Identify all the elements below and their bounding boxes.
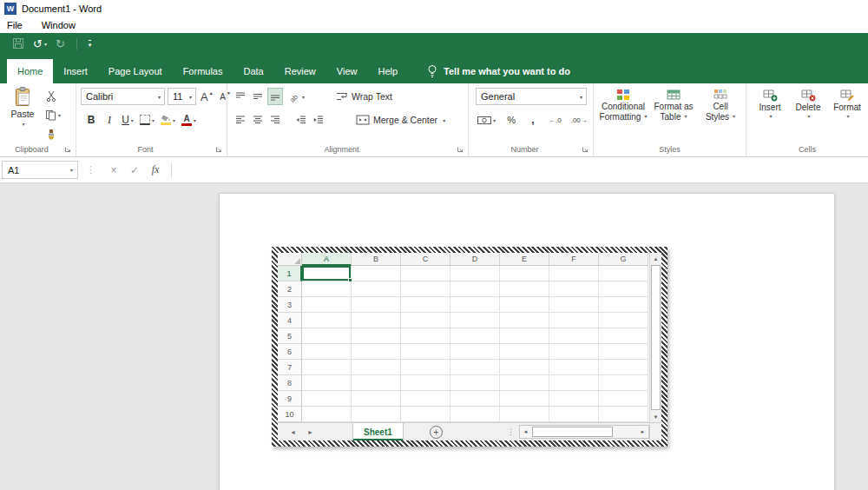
- tab-view[interactable]: View: [326, 59, 368, 83]
- number-format-dropdown-icon[interactable]: ▾: [576, 94, 586, 100]
- font-size-dropdown-icon[interactable]: ▾: [186, 94, 195, 100]
- cell-c5[interactable]: [401, 328, 450, 344]
- format-painter-button[interactable]: [43, 125, 59, 142]
- tab-data[interactable]: Data: [233, 59, 273, 83]
- column-header-a[interactable]: A: [302, 253, 352, 266]
- cell-c6[interactable]: [401, 344, 450, 360]
- cell-c10[interactable]: [401, 407, 450, 422]
- fill-handle[interactable]: [348, 278, 352, 282]
- name-box[interactable]: A1 ▾: [2, 161, 78, 179]
- vertical-scroll-thumb[interactable]: [651, 265, 661, 410]
- row-header-7[interactable]: 7: [278, 360, 302, 375]
- cell-g4[interactable]: [599, 313, 648, 328]
- menu-file[interactable]: File: [7, 20, 23, 30]
- cell-b3[interactable]: [352, 297, 401, 313]
- undo-button[interactable]: ↺ ▾: [29, 35, 51, 52]
- font-name-dropdown-icon[interactable]: ▾: [155, 94, 164, 100]
- cell-g7[interactable]: [599, 360, 648, 375]
- bottom-align-button[interactable]: [267, 88, 283, 105]
- font-dialog-launcher[interactable]: [214, 145, 223, 154]
- cell-e2[interactable]: [500, 281, 549, 297]
- row-header-2[interactable]: 2: [278, 281, 302, 297]
- cell-d10[interactable]: [450, 407, 500, 422]
- cell-b7[interactable]: [352, 360, 401, 375]
- cell-a5[interactable]: [302, 328, 352, 344]
- font-name-combo[interactable]: Calibri ▾: [81, 88, 165, 105]
- clipboard-dialog-launcher[interactable]: [63, 145, 72, 154]
- cell-f6[interactable]: [549, 344, 599, 360]
- cell-b9[interactable]: [352, 391, 401, 407]
- align-left-button[interactable]: [233, 111, 248, 129]
- cell-g10[interactable]: [599, 407, 648, 422]
- cell-g9[interactable]: [599, 391, 648, 407]
- embedded-excel-object[interactable]: ABCDEFG 12345678910 ▲ ▼ ◄ ► Sheet1 +: [272, 247, 667, 447]
- cut-button[interactable]: [43, 87, 59, 104]
- vertical-scrollbar[interactable]: ▲ ▼: [649, 253, 661, 422]
- percent-style-button[interactable]: %: [503, 111, 519, 129]
- column-header-f[interactable]: F: [549, 253, 599, 266]
- cell-c4[interactable]: [401, 313, 450, 328]
- wrap-text-button[interactable]: Wrap Text: [336, 91, 392, 102]
- paste-button[interactable]: Paste ▾: [3, 86, 42, 143]
- format-cells-button[interactable]: Format ▾: [830, 85, 865, 119]
- new-sheet-button[interactable]: +: [430, 426, 443, 439]
- cell-b1[interactable]: [352, 266, 401, 281]
- column-header-c[interactable]: C: [401, 253, 450, 266]
- cell-e9[interactable]: [500, 391, 549, 407]
- insert-function-button[interactable]: fx: [145, 163, 166, 176]
- sheet-tab-sheet1[interactable]: Sheet1: [352, 423, 404, 440]
- cell-g8[interactable]: [599, 375, 648, 391]
- borders-button[interactable]: ▾: [138, 111, 156, 129]
- cell-e3[interactable]: [500, 297, 549, 313]
- cell-f8[interactable]: [549, 375, 599, 391]
- row-header-9[interactable]: 9: [278, 391, 302, 407]
- cell-f9[interactable]: [549, 391, 599, 407]
- column-header-b[interactable]: B: [352, 253, 401, 266]
- cell-f2[interactable]: [549, 281, 599, 297]
- cell-a2[interactable]: [302, 281, 352, 297]
- tab-page-layout[interactable]: Page Layout: [98, 59, 173, 83]
- cell-d1[interactable]: [450, 266, 500, 281]
- cell-e6[interactable]: [500, 344, 549, 360]
- row-header-3[interactable]: 3: [278, 297, 302, 313]
- cell-d4[interactable]: [450, 313, 500, 328]
- format-as-table-button[interactable]: Format as Table▾: [651, 85, 696, 122]
- save-button[interactable]: [8, 35, 29, 52]
- cell-g2[interactable]: [599, 281, 648, 297]
- cell-b6[interactable]: [352, 344, 401, 360]
- cell-f7[interactable]: [549, 360, 599, 375]
- next-sheet-button[interactable]: ►: [307, 429, 313, 435]
- scroll-right-button[interactable]: ►: [637, 426, 648, 438]
- row-header-10[interactable]: 10: [278, 407, 302, 422]
- conditional-formatting-button[interactable]: Conditional Formatting▾: [599, 85, 648, 122]
- cell-d2[interactable]: [450, 281, 500, 297]
- delete-cells-button[interactable]: Delete ▾: [792, 85, 825, 119]
- cell-a3[interactable]: [302, 297, 352, 313]
- decrease-indent-button[interactable]: [293, 111, 309, 129]
- cell-a10[interactable]: [302, 407, 352, 422]
- redo-button[interactable]: ↻: [51, 35, 69, 52]
- font-color-button[interactable]: A ▾: [180, 111, 198, 129]
- cell-b5[interactable]: [352, 328, 401, 344]
- cell-f3[interactable]: [549, 297, 599, 313]
- cell-b4[interactable]: [352, 313, 401, 328]
- underline-button[interactable]: U ▾: [120, 111, 135, 129]
- bold-button[interactable]: B: [83, 111, 99, 129]
- menu-window[interactable]: Window: [42, 20, 76, 30]
- cell-a6[interactable]: [302, 344, 352, 360]
- cell-g5[interactable]: [599, 328, 648, 344]
- orientation-button[interactable]: ab ▾: [285, 88, 306, 105]
- cell-c2[interactable]: [401, 281, 450, 297]
- cell-e4[interactable]: [500, 313, 549, 328]
- copy-button[interactable]: ▾: [43, 106, 62, 123]
- cell-f5[interactable]: [549, 328, 599, 344]
- row-header-8[interactable]: 8: [278, 375, 302, 391]
- tell-me-box[interactable]: Tell me what you want to do: [427, 59, 570, 83]
- fill-color-button[interactable]: ▾: [159, 111, 177, 129]
- font-size-combo[interactable]: 11 ▾: [168, 88, 196, 105]
- align-right-button[interactable]: [267, 111, 283, 129]
- align-center-button[interactable]: [250, 111, 266, 129]
- cell-g3[interactable]: [599, 297, 648, 313]
- cancel-button[interactable]: ×: [103, 164, 124, 176]
- cell-a8[interactable]: [302, 375, 352, 391]
